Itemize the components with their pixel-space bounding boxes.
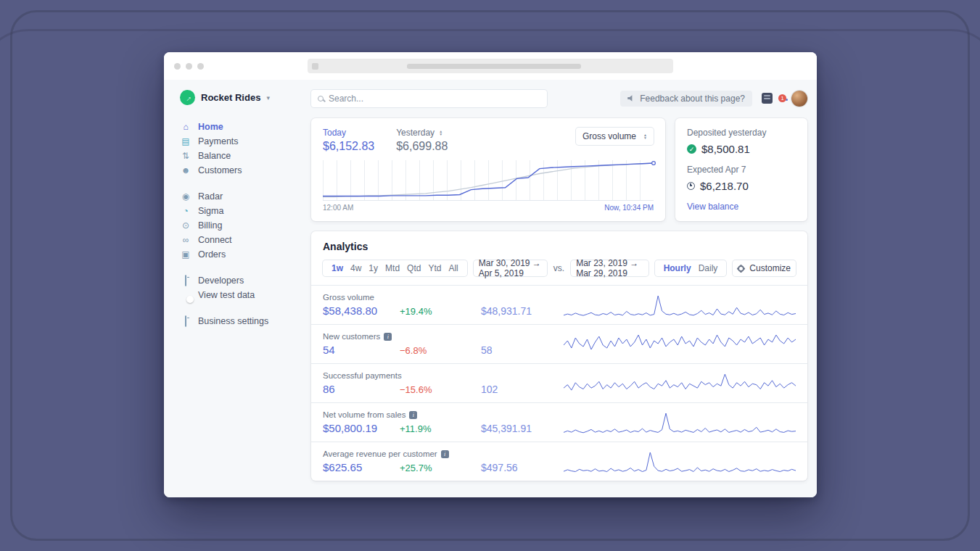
metric-value: $50,800.19 xyxy=(323,422,400,434)
account-name: Rocket Rides xyxy=(201,92,260,103)
yesterday-label: Yesterday ▲▼ xyxy=(396,128,448,138)
url-text-placeholder xyxy=(407,64,581,69)
metric-row-new-customers[interactable]: New customers 54 −6.8% 58 xyxy=(311,324,807,363)
granularity-button[interactable]: Hourly xyxy=(660,263,695,273)
nav-group-products: ◉ Radar ◔ Sigma ⊙ Billing ∞ Connect xyxy=(180,189,302,262)
metric-sparkline xyxy=(564,450,796,474)
gear-icon xyxy=(738,265,744,272)
period-button[interactable]: Qtd xyxy=(403,263,424,273)
metric-previous-value: $48,931.71 xyxy=(481,305,532,317)
info-icon[interactable] xyxy=(409,411,417,419)
rocket-rides-logo-icon: → xyxy=(180,90,195,105)
info-icon[interactable] xyxy=(441,450,449,458)
today-line xyxy=(323,160,654,200)
metric-row-average-revenue[interactable]: Average revenue per customer $625.65 +25… xyxy=(311,442,807,481)
sidebar-item-orders[interactable]: ▣ Orders xyxy=(180,247,302,262)
favicon-placeholder xyxy=(312,63,318,70)
docs-icon[interactable] xyxy=(762,93,773,104)
check-circle-icon xyxy=(687,144,696,154)
metric-value: 86 xyxy=(323,383,400,395)
period-button[interactable]: Ytd xyxy=(424,263,445,273)
volume-chart xyxy=(323,160,654,201)
date-range-previous[interactable]: Mar 23, 2019 → Mar 29, 2019 xyxy=(571,260,648,276)
search-bar[interactable] xyxy=(311,90,547,107)
billing-icon: ⊙ xyxy=(180,220,192,231)
user-avatar[interactable] xyxy=(791,91,807,107)
nav-group-settings: Business settings xyxy=(180,314,302,328)
window-close-button[interactable] xyxy=(174,63,181,70)
metric-delta: +25.7% xyxy=(400,463,481,473)
account-switcher[interactable]: → Rocket Rides ▾ xyxy=(180,90,302,105)
browser-window: → Rocket Rides ▾ ⌂ Home ▤ Payments ⇅ xyxy=(164,52,817,497)
chart-end-time: Now, 10:34 PM xyxy=(604,204,654,212)
metric-previous-value: 102 xyxy=(481,384,498,395)
metric-delta: +11.9% xyxy=(400,423,481,434)
sidebar-item-business-settings[interactable]: Business settings xyxy=(180,314,302,328)
period-button[interactable]: All xyxy=(445,263,461,273)
customers-icon: ☻ xyxy=(180,165,192,175)
yesterday-value: $6,699.88 xyxy=(396,140,448,153)
metric-value: 54 xyxy=(323,344,400,356)
sidebar-item-view-test-data[interactable]: View test data xyxy=(180,288,302,302)
orders-icon: ▣ xyxy=(180,249,192,260)
chevron-down-icon: ▾ xyxy=(266,94,270,102)
metric-previous-value: 58 xyxy=(481,344,493,356)
sidebar-item-payments[interactable]: ▤ Payments xyxy=(180,134,302,149)
nav-group-primary: ⌂ Home ▤ Payments ⇅ Balance ☻ Customers xyxy=(180,120,302,178)
expected-label: Expected Apr 7 xyxy=(687,165,796,175)
vs-label: vs. xyxy=(553,263,564,273)
metric-row-successful-payments[interactable]: Successful payments 86 −15.6% 102 xyxy=(311,363,807,402)
sidebar-item-developers[interactable]: Developers xyxy=(180,273,302,288)
metric-sparkline xyxy=(564,410,796,435)
period-button[interactable]: 1y xyxy=(365,263,382,273)
metric-sparkline xyxy=(564,371,796,396)
granularity-button[interactable]: Daily xyxy=(695,263,722,273)
nav-group-developers: Developers View test data xyxy=(180,273,302,302)
home-icon: ⌂ xyxy=(180,122,192,132)
view-balance-link[interactable]: View balance xyxy=(687,202,796,212)
sidebar-item-radar[interactable]: ◉ Radar xyxy=(180,189,302,204)
main-area: Feedback about this page? 1 xyxy=(302,80,817,497)
info-icon[interactable] xyxy=(384,333,392,341)
window-minimize-button[interactable] xyxy=(186,63,192,70)
browser-url-bar[interactable] xyxy=(308,59,673,73)
sidebar-item-balance[interactable]: ⇅ Balance xyxy=(180,149,302,163)
browser-titlebar xyxy=(164,52,817,80)
settings-icon xyxy=(180,316,192,326)
sidebar-item-billing[interactable]: ⊙ Billing xyxy=(180,218,302,233)
header-actions: Feedback about this page? 1 xyxy=(620,91,807,107)
period-button[interactable]: 1w xyxy=(328,263,347,273)
today-value: $6,152.83 xyxy=(323,140,374,153)
sidebar: → Rocket Rides ▾ ⌂ Home ▤ Payments ⇅ xyxy=(164,80,302,497)
expected-row: $6,218.70 xyxy=(687,180,796,192)
overview-row: Today $6,152.83 Yesterday ▲▼ $6,699.88 xyxy=(311,118,807,221)
feedback-button[interactable]: Feedback about this page? xyxy=(620,91,752,107)
metric-value: $625.65 xyxy=(323,461,400,473)
deposited-label: Deposited yesterday xyxy=(687,128,796,138)
terminal-icon xyxy=(180,276,192,286)
metric-delta: −6.8% xyxy=(400,345,481,356)
metric-sparkline xyxy=(564,332,796,357)
metric-row-net-volume[interactable]: Net volume from sales $50,800.19 +11.9% … xyxy=(311,402,807,442)
period-button[interactable]: Mtd xyxy=(382,263,403,273)
sidebar-item-home[interactable]: ⌂ Home xyxy=(180,120,302,134)
analytics-card: Analytics 1w 4w 1y Mtd Qtd Ytd All Mar 3… xyxy=(311,231,807,481)
sidebar-item-sigma[interactable]: ◔ Sigma xyxy=(180,204,302,218)
window-zoom-button[interactable] xyxy=(197,63,204,70)
analytics-filters: 1w 4w 1y Mtd Qtd Ytd All Mar 30, 2019 → … xyxy=(311,252,807,285)
metric-sparkline xyxy=(564,293,796,318)
period-button[interactable]: 4w xyxy=(347,263,365,273)
comparison-stepper[interactable]: ▲▼ xyxy=(439,130,442,136)
sidebar-item-connect[interactable]: ∞ Connect xyxy=(180,233,302,247)
deposited-row: $8,500.81 xyxy=(687,143,796,155)
metric-row-gross-volume[interactable]: Gross volume $58,438.80 +19.4% $48,931.7… xyxy=(311,285,807,324)
select-arrows-icon: ▲▼ xyxy=(643,133,647,140)
search-input[interactable] xyxy=(329,94,540,104)
volume-overview-card: Today $6,152.83 Yesterday ▲▼ $6,699.88 xyxy=(311,118,665,221)
customize-button[interactable]: Customize xyxy=(733,260,796,276)
date-range-current[interactable]: Mar 30, 2019 → Apr 5, 2019 xyxy=(474,260,547,276)
today-label: Today xyxy=(323,128,374,138)
sidebar-item-customers[interactable]: ☻ Customers xyxy=(180,163,302,178)
metric-select-dropdown[interactable]: Gross volume ▲▼ xyxy=(576,128,654,145)
period-selector: 1w 4w 1y Mtd Qtd Ytd All xyxy=(323,260,467,276)
